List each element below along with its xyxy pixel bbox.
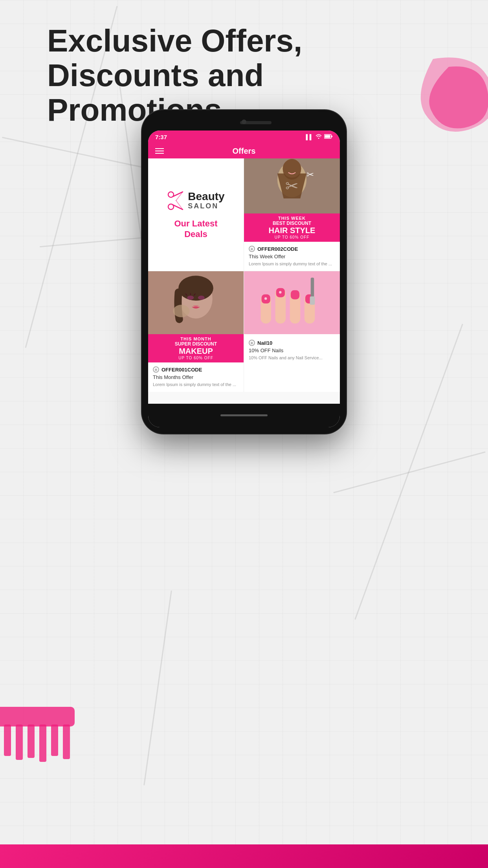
svg-rect-4	[39, 725, 46, 762]
svg-point-29	[173, 305, 189, 318]
nav-bar: Offers	[148, 143, 340, 158]
hair-offer-info: ◉ OFFER002CODE This Week Offer Lorem Ips…	[244, 242, 340, 271]
battery-icon	[324, 134, 333, 140]
scissors-icon	[167, 190, 185, 211]
salon-beauty-text: Beauty	[188, 191, 224, 202]
deco-top-right	[409, 55, 488, 134]
hair-image: ✂	[244, 158, 340, 213]
phone-bottom-bar	[148, 404, 340, 427]
phone-camera	[242, 120, 246, 124]
hair-style-card[interactable]: ✂ THIS WEEK BEST DISCOUNT HAIR STYLE UP …	[244, 158, 340, 271]
salon-salon-text: SALON	[188, 202, 224, 210]
svg-point-42	[264, 298, 267, 300]
svg-text:✂: ✂	[306, 169, 314, 180]
svg-rect-1	[4, 725, 11, 756]
tag-icon-nail: ◉	[249, 340, 255, 346]
this-month-label: THIS MONTH	[152, 337, 240, 341]
hamburger-line-1	[155, 148, 164, 149]
svg-rect-41	[310, 296, 315, 305]
svg-rect-0	[0, 707, 75, 726]
hamburger-line-2	[155, 151, 164, 151]
makeup-offer-code-row: ◉ OFFER001CODE	[153, 366, 239, 373]
app-content: Beauty SALON Our Latest Deals	[148, 158, 340, 404]
nail-offer-title: 10% OFF Nails	[249, 348, 335, 353]
svg-point-24	[187, 296, 194, 300]
hair-discount-banner: THIS WEEK BEST DISCOUNT HAIR STYLE UP TO…	[244, 213, 340, 242]
svg-rect-8	[325, 135, 330, 138]
makeup-image	[148, 271, 244, 334]
svg-rect-9	[332, 136, 333, 137]
nav-title: Offers	[233, 147, 256, 156]
cards-row: THIS MONTH SUPER DISCOUNT MAKEUP UP TO 6…	[148, 271, 340, 392]
home-indicator	[220, 414, 268, 416]
status-icons: ▌▌	[306, 134, 333, 140]
makeup-card[interactable]: THIS MONTH SUPER DISCOUNT MAKEUP UP TO 6…	[148, 271, 244, 392]
salon-name: Beauty SALON	[188, 191, 224, 210]
salon-logo: Beauty SALON	[167, 190, 224, 211]
status-bar: 7:37 ▌▌	[148, 131, 340, 143]
best-discount-label: BEST DISCOUNT	[248, 221, 336, 226]
hair-offer-code-row: ◉ OFFER002CODE	[249, 246, 335, 252]
hair-offer-title: This Week Offer	[249, 254, 335, 259]
hair-up-to-label: UP TO 60% OFF	[248, 235, 336, 239]
phone-screen: 7:37 ▌▌	[148, 131, 340, 427]
hair-offer-desc: Lorem Ipsum is simply dummy text of the …	[249, 261, 335, 267]
content-bottom-pad	[148, 392, 340, 404]
makeup-offer-code: OFFER001CODE	[161, 367, 202, 373]
nail-offer-code-row: ◉ Nail10	[249, 340, 335, 346]
super-discount-label: SUPER DISCOUNT	[152, 341, 240, 347]
makeup-offer-title: This Months Offer	[153, 374, 239, 380]
logo-area: Beauty SALON Our Latest Deals	[148, 158, 244, 271]
hair-offer-code: OFFER002CODE	[257, 246, 298, 252]
svg-rect-5	[51, 725, 58, 756]
makeup-offer-desc: Lorem Ipsum is simply dummy text of the …	[153, 382, 239, 388]
phone-frame: 7:37 ▌▌	[142, 110, 346, 434]
svg-point-23	[178, 276, 213, 301]
nail-offer-desc: 10% OFF Nails and any Nail Service...	[249, 355, 335, 361]
svg-point-19	[283, 159, 301, 178]
deco-bottom-left	[0, 703, 90, 797]
hair-style-label: HAIR STYLE	[248, 226, 336, 235]
nail-card[interactable]: ◉ Nail10 10% OFF Nails 10% OFF Nails and…	[244, 271, 340, 392]
svg-rect-40	[311, 278, 314, 299]
makeup-label: MAKEUP	[152, 347, 240, 356]
makeup-up-to-label: UP TO 60% OFF	[152, 356, 240, 360]
bottom-pink-bar	[0, 844, 488, 868]
nail-offer-info: ◉ Nail10 10% OFF Nails 10% OFF Nails and…	[244, 334, 340, 365]
top-section: Beauty SALON Our Latest Deals	[148, 158, 340, 271]
this-week-label: THIS WEEK	[248, 216, 336, 221]
svg-point-43	[279, 291, 281, 294]
latest-deals-text: Our Latest Deals	[174, 219, 217, 239]
status-time: 7:37	[155, 134, 167, 140]
svg-rect-38	[291, 291, 299, 300]
svg-rect-2	[16, 725, 23, 760]
hamburger-menu[interactable]	[155, 148, 164, 154]
tag-icon-makeup: ◉	[153, 366, 159, 373]
hamburger-line-3	[155, 153, 164, 154]
signal-icon: ▌▌	[306, 134, 313, 140]
svg-point-25	[198, 296, 205, 300]
svg-rect-6	[63, 725, 70, 759]
svg-rect-3	[28, 725, 35, 758]
nail-offer-code: Nail10	[257, 340, 272, 346]
tag-icon-hair: ◉	[249, 246, 255, 252]
makeup-discount-banner: THIS MONTH SUPER DISCOUNT MAKEUP UP TO 6…	[148, 334, 244, 362]
nail-image	[244, 271, 340, 334]
makeup-offer-info: ◉ OFFER001CODE This Months Offer Lorem I…	[148, 362, 244, 392]
phone-notch	[148, 116, 340, 131]
wifi-icon	[316, 134, 322, 140]
